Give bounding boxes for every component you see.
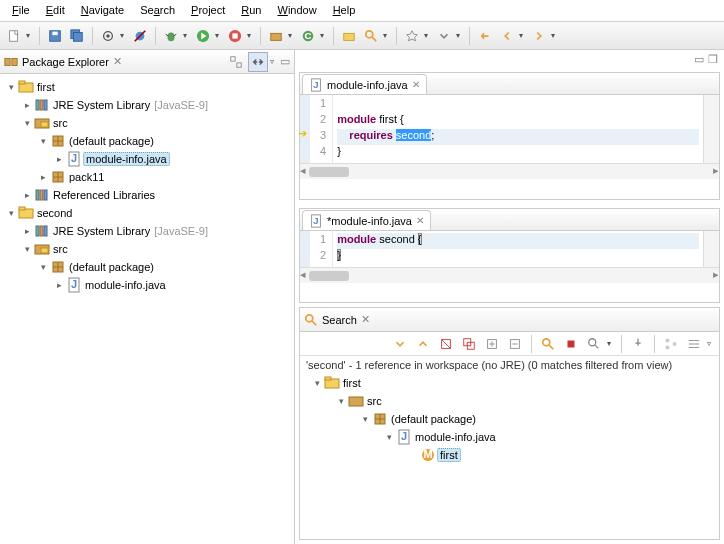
menu-file[interactable]: File <box>4 2 38 19</box>
dropdown-icon[interactable]: ▾ <box>183 31 191 40</box>
twisty-icon[interactable]: ▾ <box>310 378 324 388</box>
ref-libs-node[interactable]: ▸Referenced Libraries <box>2 186 292 204</box>
save-button[interactable] <box>45 26 65 46</box>
back-button[interactable] <box>497 26 517 46</box>
twisty-icon[interactable]: ▾ <box>20 118 34 128</box>
file-node[interactable]: ▸Jmodule-info.java <box>2 276 292 294</box>
dropdown-icon[interactable]: ▾ <box>551 31 559 40</box>
collapse-all-button[interactable] <box>505 334 525 354</box>
pin-button[interactable] <box>628 334 648 354</box>
twisty-icon[interactable]: ▸ <box>52 154 66 164</box>
view-menu-icon[interactable]: ▿ <box>707 339 715 348</box>
dropdown-icon[interactable]: ▾ <box>26 31 34 40</box>
dropdown-icon[interactable]: ▾ <box>288 31 296 40</box>
package-tree[interactable]: ▾first ▸JRE System Library[JavaSE-9] ▾sr… <box>0 74 294 544</box>
package-node[interactable]: ▾(default package) <box>2 258 292 276</box>
dropdown-icon[interactable]: ▾ <box>120 31 128 40</box>
toggle-button[interactable] <box>98 26 118 46</box>
twisty-icon[interactable]: ▾ <box>334 396 348 406</box>
cancel-search-button[interactable] <box>561 334 581 354</box>
twisty-icon[interactable]: ▸ <box>20 190 34 200</box>
vertical-scrollbar[interactable] <box>703 231 719 267</box>
code-area[interactable]: module second { } <box>333 231 703 267</box>
twisty-icon[interactable]: ▸ <box>20 100 34 110</box>
link-editor-button[interactable] <box>248 52 268 72</box>
open-type-button[interactable] <box>339 26 359 46</box>
menu-navigate[interactable]: Navigate <box>73 2 132 19</box>
result-src[interactable]: ▾src <box>304 392 715 410</box>
package-node[interactable]: ▾(default package) <box>2 132 292 150</box>
menu-run[interactable]: Run <box>233 2 269 19</box>
package-node[interactable]: ▸pack11 <box>2 168 292 186</box>
next-match-button[interactable] <box>390 334 410 354</box>
save-all-button[interactable] <box>67 26 87 46</box>
result-project[interactable]: ▾first <box>304 374 715 392</box>
twisty-icon[interactable]: ▸ <box>52 280 66 290</box>
dropdown-icon[interactable]: ▾ <box>424 31 432 40</box>
forward-button[interactable] <box>529 26 549 46</box>
dropdown-icon[interactable]: ▾ <box>320 31 328 40</box>
run-last-button[interactable] <box>225 26 245 46</box>
expand-all-button[interactable] <box>482 334 502 354</box>
dropdown-icon[interactable]: ▾ <box>456 31 464 40</box>
result-file[interactable]: ▾Jmodule-info.java <box>304 428 715 446</box>
editor-tab[interactable]: J module-info.java ✕ <box>302 74 427 94</box>
view-menu-icon[interactable]: ▿ <box>270 57 278 66</box>
menu-help[interactable]: Help <box>325 2 364 19</box>
src-folder-node[interactable]: ▾src <box>2 114 292 132</box>
result-match[interactable]: ▾Mfirst <box>304 446 715 464</box>
vertical-scrollbar[interactable] <box>703 95 719 163</box>
last-edit-button[interactable] <box>475 26 495 46</box>
twisty-icon[interactable]: ▸ <box>20 226 34 236</box>
prev-match-button[interactable] <box>413 334 433 354</box>
restore-icon[interactable]: ❐ <box>708 53 718 66</box>
flat-view-button[interactable] <box>684 334 704 354</box>
result-package[interactable]: ▾(default package) <box>304 410 715 428</box>
project-node[interactable]: ▾first <box>2 78 292 96</box>
dropdown-icon[interactable]: ▾ <box>215 31 223 40</box>
jre-node[interactable]: ▸JRE System Library[JavaSE-9] <box>2 222 292 240</box>
code-area[interactable]: module first { requires second; } <box>333 95 703 163</box>
editor-tab[interactable]: J *module-info.java ✕ <box>302 210 431 230</box>
menu-search[interactable]: Search <box>132 2 183 19</box>
twisty-icon[interactable]: ▾ <box>4 82 18 92</box>
new-button[interactable] <box>4 26 24 46</box>
dropdown-icon[interactable]: ▾ <box>607 339 615 348</box>
twisty-icon[interactable]: ▾ <box>358 414 372 424</box>
history-button[interactable] <box>584 334 604 354</box>
dropdown-icon[interactable]: ▾ <box>247 31 255 40</box>
collapse-all-button[interactable] <box>226 52 246 72</box>
horizontal-scrollbar[interactable]: ◂▸ <box>300 163 719 179</box>
dropdown-icon[interactable]: ▾ <box>383 31 391 40</box>
search-results-tree[interactable]: ▾first ▾src ▾(default package) ▾Jmodule-… <box>300 374 719 539</box>
next-annotation-button[interactable] <box>434 26 454 46</box>
close-icon[interactable]: ✕ <box>416 215 424 226</box>
src-folder-node[interactable]: ▾src <box>2 240 292 258</box>
new-package-button[interactable] <box>266 26 286 46</box>
twisty-icon[interactable]: ▾ <box>36 262 50 272</box>
project-node[interactable]: ▾second <box>2 204 292 222</box>
twisty-icon[interactable]: ▾ <box>36 136 50 146</box>
remove-all-button[interactable] <box>459 334 479 354</box>
remove-match-button[interactable] <box>436 334 456 354</box>
twisty-icon[interactable]: ▾ <box>382 432 396 442</box>
skip-breakpoints-button[interactable] <box>130 26 150 46</box>
menu-window[interactable]: Window <box>269 2 324 19</box>
debug-button[interactable] <box>161 26 181 46</box>
view-close[interactable]: ✕ <box>113 55 122 68</box>
twisty-icon[interactable]: ▸ <box>36 172 50 182</box>
dropdown-icon[interactable]: ▾ <box>519 31 527 40</box>
tree-view-button[interactable] <box>661 334 681 354</box>
toggle-mark-button[interactable] <box>402 26 422 46</box>
run-search-again-button[interactable] <box>538 334 558 354</box>
file-node[interactable]: ▸Jmodule-info.java <box>2 150 292 168</box>
warning-marker-icon[interactable]: ➔ <box>298 127 307 140</box>
twisty-icon[interactable]: ▾ <box>4 208 18 218</box>
twisty-icon[interactable]: ▾ <box>20 244 34 254</box>
new-class-button[interactable]: C <box>298 26 318 46</box>
menu-project[interactable]: Project <box>183 2 233 19</box>
minimize-icon[interactable]: ▭ <box>280 55 290 68</box>
horizontal-scrollbar[interactable]: ◂▸ <box>300 267 719 283</box>
close-icon[interactable]: ✕ <box>412 79 420 90</box>
view-close[interactable]: ✕ <box>361 313 370 326</box>
